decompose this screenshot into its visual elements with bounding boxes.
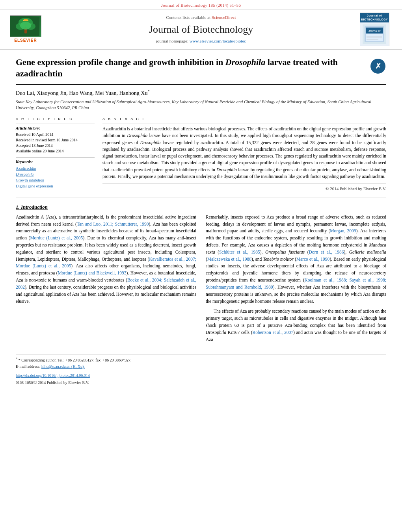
ref-kavallieratos[interactable]: Kavallieratos et al., 2007; Mordue (Lunt… <box>16 257 196 269</box>
crossmark-badge[interactable]: ✗ <box>370 59 386 74</box>
received-date: Received 10 April 2014 <box>16 132 95 137</box>
svg-point-5 <box>20 22 31 30</box>
keyword-digital-gene-expression[interactable]: Digital gene expression <box>16 183 95 189</box>
svg-rect-7 <box>24 19 28 20</box>
article-info-label: A R T I C L E I N F O <box>16 117 95 122</box>
intro-right-col: Remarkably, insects exposed to Aza produ… <box>206 214 386 347</box>
article-history: Article history: Received 10 April 2014 … <box>16 124 95 154</box>
biotech-logo-img: Journal of <box>360 22 389 46</box>
accepted-date: Accepted 13 June 2014 <box>16 143 95 148</box>
ref-mordue-blackwell[interactable]: Mordue (Luntz) and Blackwell, 1993 <box>58 271 127 275</box>
journal-citation: Journal of Biotechnology 185 (2014) 51–5… <box>161 3 241 7</box>
article-info-column: A R T I C L E I N F O Article history: R… <box>16 117 95 192</box>
sciencedirect-link[interactable]: ScienceDirect <box>212 15 236 20</box>
journal-homepage-line: journal homepage: www.elsevier.com/locat… <box>43 38 359 44</box>
intro-left-col: Azadirachtin A (Aza), a tetranortritarit… <box>16 214 196 347</box>
revised-date: Received in revised form 10 June 2014 <box>16 137 95 143</box>
ref-morgan[interactable]: Morgan, 2009 <box>330 228 356 233</box>
ref-marco[interactable]: Marco et al., 1990 <box>296 257 330 261</box>
intro-left-text: Azadirachtin A (Aza), a tetranortritarit… <box>16 214 196 305</box>
abstract-column: A B S T R A C T Azadirachtin is a botani… <box>102 117 386 192</box>
ref-dorn[interactable]: Dorn et al., 1986 <box>309 250 344 254</box>
issn-line: 0168-1656/© 2014 Published by Elsevier B… <box>16 380 89 385</box>
svg-text:Journal of: Journal of <box>368 30 381 32</box>
copyright-notice: © 2014 Published by Elsevier B.V. <box>102 183 386 192</box>
journal-top-bar: Journal of Biotechnology 185 (2014) 51–5… <box>0 0 402 9</box>
available-date: Available online 20 June 2014 <box>16 148 95 154</box>
keywords-title: Keywords: <box>16 159 95 165</box>
introduction-heading: 1. Introduction <box>16 204 386 211</box>
biotech-logo-label: Journal ofBIOTECHNOLOGY <box>360 13 389 22</box>
email-link[interactable]: hlhu@scau.edu.cn (H. Xu). <box>41 364 85 369</box>
introduction-columns: Azadirachtin A (Aza), a tetranortritarit… <box>16 214 386 347</box>
ref-mordue-2005a[interactable]: Mordue (Luntz) et al., 2005 <box>30 235 83 240</box>
corresponding-mark: * <box>147 89 149 93</box>
contents-available-line: Contents lists available at ScienceDirec… <box>43 15 359 20</box>
journal-homepage-link[interactable]: www.elsevier.com/locate/jbiotec <box>190 39 246 43</box>
biotech-logo-box: Journal ofBIOTECHNOLOGY Journal of <box>360 13 389 46</box>
intro-right-text: Remarkably, insects exposed to Aza produ… <box>206 214 386 343</box>
article-content: Gene expression profile change and growt… <box>0 50 402 394</box>
keyword-growth-inhibition[interactable]: Growth inhibition <box>16 177 95 183</box>
keywords-section: Keywords: Azadirachtin Drosophila Growth… <box>16 157 95 189</box>
ref-boeke[interactable]: Boeke et al., 2004; Salehzadeh et al., 2… <box>16 278 196 289</box>
email-footnote: E-mail address: hlhu@scau.edu.cn (H. Xu)… <box>16 363 386 369</box>
section-divider <box>16 198 386 198</box>
abstract-label: A B S T R A C T <box>102 117 386 122</box>
corresponding-footnote: * * Corresponding author. Tel.: +86 20 8… <box>16 357 386 363</box>
header-area: ELSEVIER Contents lists available at Sci… <box>0 9 402 50</box>
article-title-section: Gene expression profile change and growt… <box>16 57 386 84</box>
authors-line: Duo Lai, Xiaoyong Jin, Hao Wang, Mei Yua… <box>16 89 386 97</box>
info-abstract-columns: A R T I C L E I N F O Article history: R… <box>16 117 386 192</box>
ref-malczewska[interactable]: Malczewska et al., 1988 <box>207 257 251 261</box>
doi-section: http://dx.doi.org/10.1016/j.jbiotec.2014… <box>16 372 386 386</box>
abstract-text: Azadirachtin is a botanical insecticide … <box>102 124 386 180</box>
elsevier-logo: ELSEVIER <box>8 15 43 43</box>
keyword-drosophila[interactable]: Drosophila <box>16 171 95 177</box>
journal-title: Journal of Biotechnology <box>43 22 359 37</box>
ref-koolman[interactable]: Koolman et al., 1988; Sayah et al., 1998… <box>206 278 386 289</box>
elsevier-brand-text: ELSEVIER <box>14 38 37 43</box>
crossmark-icon[interactable]: ✗ <box>370 59 385 74</box>
introduction-section: 1. Introduction Azadirachtin A (Aza), a … <box>16 204 386 347</box>
article-title-text: Gene expression profile change and growt… <box>16 57 365 79</box>
elsevier-logo-image <box>10 15 41 37</box>
history-title: Article history: <box>16 126 95 131</box>
article-title-main: Gene expression profile change and growt… <box>16 57 365 79</box>
journal-logo-right: Journal ofBIOTECHNOLOGY Journal of <box>359 13 390 46</box>
ref-tan-luo[interactable]: Tan and Luo, 2011; Schmutterer, 1990 <box>77 222 149 226</box>
footnote-section: * * Corresponding author. Tel.: +86 20 8… <box>16 354 386 386</box>
header-center: Contents lists available at ScienceDirec… <box>43 15 359 44</box>
ref-robertson[interactable]: Robertson et al., 2007 <box>252 330 293 335</box>
doi-link[interactable]: http://dx.doi.org/10.1016/j.jbiotec.2014… <box>16 373 90 378</box>
keyword-azadirachtin[interactable]: Azadirachtin <box>16 165 95 171</box>
ref-schluter[interactable]: Schlüter et al., 1985 <box>219 250 260 254</box>
affiliation: State Key Laboratory for Conservation an… <box>16 99 386 111</box>
